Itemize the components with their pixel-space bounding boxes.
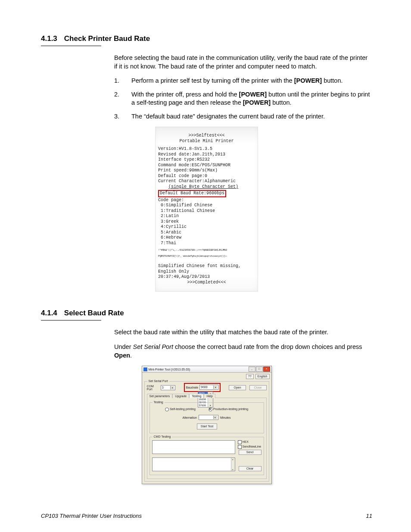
receipt-line: Version:HV1.8-SV1.3.5 [158, 146, 255, 152]
scrollbar[interactable]: ▴▾ [231, 458, 235, 471]
receipt-line: English Only [158, 269, 255, 275]
text-run: button. [271, 99, 291, 106]
tab-set-parameters[interactable]: Set parameters [147, 394, 173, 398]
set-serial-port-group: Set Serial Port COM Port 3 ▾ Baudrate [144, 381, 269, 482]
paragraph: Select the baud rate within the utility … [114, 328, 372, 337]
receipt-charset-line: PQRSTUVWXYZ[\]^_`abcdefghijklmnopqrstuvw… [158, 255, 255, 258]
maximize-button[interactable]: □ [256, 367, 263, 372]
receipt-line: Simplified Chinese font missing, [158, 264, 255, 269]
section-heading-414: 4.1.4 Select Baud Rate [41, 309, 372, 317]
tab-bar: Set parameters Upgrade Testing Help [147, 393, 267, 398]
intro-paragraph: Before selecting the baud rate in the co… [114, 54, 372, 71]
step-1: 1. Perform a printer self test by turnin… [114, 77, 372, 85]
receipt-line: 0:Simplified Chinese [158, 203, 255, 208]
footer-page-number: 11 [366, 513, 372, 519]
baudrate-select[interactable]: 9600 ▾ [199, 385, 218, 390]
text-bold: [POWER] [294, 77, 322, 84]
receipt-highlight-baud: Default Baud Rate:9600bps [158, 190, 226, 197]
sendnewline-checkbox[interactable]: SendNewLine [238, 445, 262, 449]
tab-help[interactable]: Help [204, 394, 215, 398]
language-bar: ?? English [142, 373, 271, 380]
open-button[interactable]: Open [229, 385, 246, 390]
section-number: 4.1.4 [41, 309, 57, 317]
receipt-line: 4:Cyrillic [158, 224, 255, 230]
group-title: Set Serial Port [147, 380, 169, 383]
alternation-unit: Minutes [220, 416, 231, 419]
radio-label: Production-testing printing [213, 408, 248, 411]
section-413-body: Before selecting the baud rate in the co… [114, 54, 372, 121]
receipt-line: 6:Hebrew [158, 235, 255, 241]
com-port-value: 3 [162, 386, 164, 390]
chevron-down-icon: ▾ [213, 416, 217, 419]
utility-figure: Mini-Printer Tool (V2013.05.03) _ □ × ??… [41, 366, 372, 484]
receipt-line: Revised date:Jan.21th,2013 [158, 152, 255, 158]
send-button[interactable]: Send [239, 450, 262, 455]
step-text: With the printer off, press and hold the… [131, 90, 372, 107]
section-title: Select Baud Rate [64, 309, 124, 317]
receipt-line: Default code page:0 [158, 174, 255, 179]
receipt-charset-line: !"#$%&'()*+,-./0123456789:;<=>?@ABCDEFGH… [158, 249, 255, 252]
com-port-label: COM Port [147, 385, 158, 391]
radio-production-testing[interactable]: Production-testing printing [209, 408, 248, 411]
close-button[interactable]: × [263, 367, 270, 372]
hex-checkbox[interactable]: HEX [238, 440, 262, 444]
window-title: Mini-Printer Tool (V2013.05.03) [149, 368, 190, 371]
section-414-body: Select the baud rate within the utility … [114, 328, 372, 360]
paragraph: Under Set Serial Port choose the correct… [114, 343, 372, 360]
baudrate-value: 9600 [201, 385, 208, 389]
cmd-input-textarea[interactable] [152, 440, 235, 454]
footer-title: CP103 Thermal Printer User Instructions [41, 513, 142, 519]
selftest-receipt: >>>Selftest<<< Portable Mini Printer Ver… [155, 127, 258, 292]
lang-unknown-button[interactable]: ?? [246, 374, 254, 379]
receipt-line: (single Byte Character Set) [158, 184, 255, 190]
selftest-figure: >>>Selftest<<< Portable Mini Printer Ver… [41, 127, 372, 292]
receipt-line: 1:Traditional Chinese [158, 208, 255, 214]
com-port-select[interactable]: 3 ▾ [161, 385, 176, 390]
heading-rule [41, 320, 101, 320]
window-titlebar: Mini-Printer Tool (V2013.05.03) _ □ × [142, 366, 271, 373]
receipt-line: Print speed:90mm/s(Max) [158, 168, 255, 174]
receipt-line: Command mode:ESC/POS/SUNPHOR [158, 163, 255, 168]
step-text: Perform a printer self test by turning o… [131, 77, 372, 85]
text-bold: [POWER] [243, 99, 271, 106]
tab-testing[interactable]: Testing [189, 394, 204, 398]
text-italic: Set Serial Port [133, 343, 174, 350]
text-run: choose the correct baud rate from the dr… [173, 343, 362, 350]
receipt-line: >>>Selftest<<< [158, 133, 255, 139]
text-run: With the printer off, press and hold the [131, 91, 239, 98]
steps-list: 1. Perform a printer self test by turnin… [114, 77, 372, 121]
tab-upgrade[interactable]: Upgrade [172, 394, 189, 398]
cmd-output-textarea[interactable]: ▴▾ [152, 457, 235, 471]
minimize-button[interactable]: _ [249, 367, 255, 372]
receipt-line: 20:37:49,Aug/29/2013 [158, 274, 255, 280]
page-footer: CP103 Thermal Printer User Instructions … [41, 513, 372, 519]
text-run: Under [114, 343, 133, 350]
receipt-line: Portable Mini Printer [158, 139, 255, 144]
start-test-button[interactable]: Start Test [197, 423, 217, 429]
radio-self-testing[interactable]: Self-testing printing [165, 408, 196, 411]
receipt-line: >>>Completed<<< [158, 280, 255, 286]
group-title: CMD Testing [153, 435, 172, 438]
clear-button[interactable]: Clear [239, 466, 262, 471]
baudrate-highlight: Baudrate 9600 ▾ [185, 384, 219, 391]
step-text: The “default baud rate” designates the c… [131, 112, 372, 121]
text-bold: Open [114, 352, 130, 359]
receipt-line: 7:Thai [158, 241, 255, 246]
text-run: button. [322, 77, 342, 84]
heading-rule [41, 46, 101, 46]
cmd-testing-group: CMD Testing HEX SendNewLine Send ▴▾ [149, 437, 264, 475]
group-title: Testing [153, 401, 165, 404]
baudrate-label: Baudrate [186, 386, 198, 389]
radio-label: Self-testing printing [170, 408, 196, 411]
alternation-select[interactable]: ▾ [199, 415, 218, 420]
lang-english-button[interactable]: English [255, 374, 270, 379]
receipt-line: 5:Arabic [158, 230, 255, 236]
receipt-line: Current Character:Alphanumeric [158, 179, 255, 184]
receipt-line: 2:Latin [158, 214, 255, 219]
close-port-button[interactable]: Close [249, 385, 267, 390]
chevron-down-icon: ▾ [170, 386, 174, 389]
alternation-label: Alternation [183, 416, 197, 419]
step-2: 2. With the printer off, press and hold … [114, 90, 372, 107]
tab-panel: Testing Self-testing printing Production… [147, 398, 267, 479]
text-run: Perform a printer self test by turning o… [131, 77, 294, 84]
